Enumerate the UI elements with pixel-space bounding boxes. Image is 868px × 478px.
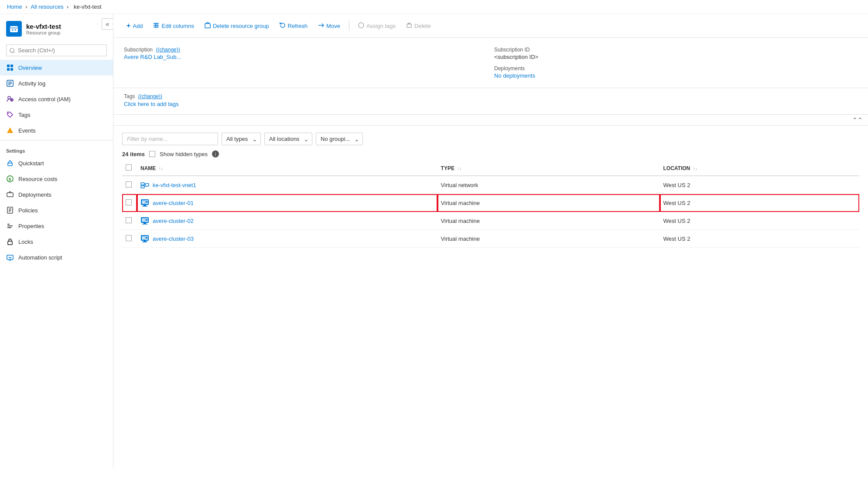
breadcrumb-all-resources[interactable]: All resources <box>31 3 63 10</box>
deployments-value-link[interactable]: No deployments <box>494 72 535 79</box>
sidebar-item-locks-label: Locks <box>18 239 33 245</box>
resource-group-type: Resource group <box>26 30 61 35</box>
svg-point-15 <box>8 113 9 114</box>
row-checkbox[interactable] <box>126 181 132 188</box>
no-grouping-select[interactable]: No groupi... <box>316 133 363 145</box>
filter-by-name-input[interactable] <box>122 133 218 145</box>
svg-rect-35 <box>205 24 210 28</box>
svg-rect-20 <box>7 193 13 197</box>
breadcrumb-current: ke-vfxt-test <box>74 3 102 10</box>
resource-location: West US 2 <box>660 230 859 248</box>
breadcrumb-home[interactable]: Home <box>7 3 22 10</box>
sidebar-item-activity-log[interactable]: Activity log <box>0 75 113 91</box>
main-content: + Add Edit columns Delete resource group <box>113 14 868 468</box>
refresh-icon <box>280 22 286 30</box>
resource-type: Virtual network <box>437 176 660 194</box>
sidebar-item-policies[interactable]: Policies <box>0 202 113 218</box>
resource-type: Virtual machine <box>437 194 660 212</box>
resource-name-link[interactable]: avere-cluster-02 <box>140 216 432 225</box>
sidebar-item-tags-label: Tags <box>18 112 30 118</box>
row-checkbox[interactable] <box>126 217 132 223</box>
select-all-checkbox[interactable] <box>126 164 132 171</box>
collapse-sidebar-button[interactable]: « <box>102 18 113 30</box>
all-locations-select[interactable]: All locations <box>264 133 312 145</box>
assign-tags-button[interactable]: Assign tags <box>354 20 400 32</box>
sidebar-item-locks[interactable]: Locks <box>0 234 113 249</box>
col-location[interactable]: LOCATION ↑↓ <box>660 161 859 176</box>
sidebar-item-quickstart[interactable]: Quickstart <box>0 155 113 171</box>
tags-add-link[interactable]: Click here to add tags <box>124 101 179 107</box>
collapse-info-button[interactable]: ⌃⌃ <box>852 116 863 123</box>
sidebar-item-events[interactable]: Events <box>0 123 113 138</box>
resource-type: Virtual machine <box>437 230 660 248</box>
resource-table: NAME ↑↓ TYPE ↑↓ LOCATION ↑↓ <box>122 161 859 248</box>
sidebar: ke-vfxt-test Resource group « Overview A… <box>0 14 113 468</box>
delete-button[interactable]: Delete <box>402 20 435 32</box>
svg-rect-6 <box>10 68 13 71</box>
sidebar-item-iam[interactable]: Access control (IAM) <box>0 91 113 107</box>
tags-change-link[interactable]: ((change)) <box>138 93 162 99</box>
subscription-label: Subscription ((change)) <box>124 47 487 53</box>
move-button[interactable]: Move <box>314 20 345 32</box>
toolbar-separator <box>349 20 349 31</box>
svg-rect-56 <box>142 224 147 225</box>
edit-columns-button[interactable]: Edit columns <box>149 20 198 32</box>
svg-point-57 <box>146 219 147 221</box>
settings-section-label: Settings <box>0 142 113 155</box>
resource-name-link[interactable]: avere-cluster-03 <box>140 234 432 243</box>
toolbar: + Add Edit columns Delete resource group <box>113 14 868 38</box>
sidebar-item-activity-log-label: Activity log <box>18 80 45 87</box>
search-box <box>0 41 113 60</box>
show-hidden-label: Show hidden types <box>160 151 208 157</box>
sidebar-item-resource-costs[interactable]: $ Resource costs <box>0 171 113 187</box>
resource-name-link[interactable]: avere-cluster-01 <box>140 198 432 207</box>
activity-log-icon <box>6 79 14 87</box>
row-checkbox[interactable] <box>126 199 132 205</box>
svg-rect-61 <box>144 241 146 242</box>
resource-group-name: ke-vfxt-test <box>26 23 61 30</box>
sidebar-item-properties[interactable]: Properties <box>0 218 113 234</box>
deployments-icon <box>6 191 14 198</box>
resource-location: West US 2 <box>660 176 859 194</box>
all-types-select[interactable]: All types <box>222 133 261 145</box>
show-hidden-info-icon[interactable]: i <box>212 150 219 157</box>
sidebar-item-overview[interactable]: Overview <box>0 60 113 75</box>
col-type[interactable]: TYPE ↑↓ <box>437 161 660 176</box>
sidebar-item-automation-label: Automation script <box>18 254 62 261</box>
table-row: avere-cluster-03Virtual machineWest US 2 <box>122 230 859 248</box>
vnet-icon <box>140 181 149 189</box>
sidebar-item-properties-label: Properties <box>18 223 44 229</box>
sidebar-item-automation-script[interactable]: Automation script <box>0 249 113 265</box>
delete-resource-group-button[interactable]: Delete resource group <box>200 20 273 32</box>
svg-rect-55 <box>144 223 146 224</box>
automation-icon <box>6 253 14 261</box>
svg-point-11 <box>8 96 10 99</box>
sidebar-item-tags[interactable]: Tags <box>0 107 113 123</box>
search-input[interactable] <box>6 44 107 56</box>
costs-icon: $ <box>6 175 14 183</box>
properties-icon <box>6 222 14 230</box>
add-button[interactable]: + Add <box>122 19 147 32</box>
col-name[interactable]: NAME ↑↓ <box>137 161 437 176</box>
svg-rect-44 <box>145 184 149 186</box>
svg-rect-4 <box>10 65 13 67</box>
subscription-value-link[interactable]: Avere R&D Lab_Sub... <box>124 54 181 60</box>
refresh-button[interactable]: Refresh <box>275 20 312 32</box>
subscription-id-label: Subscription ID <box>494 47 858 53</box>
show-hidden-checkbox[interactable] <box>149 151 155 157</box>
resource-group-icon <box>6 21 22 37</box>
sidebar-header: ke-vfxt-test Resource group <box>0 14 113 41</box>
resource-name-link[interactable]: ke-vfxt-test-vnet1 <box>140 181 432 189</box>
quickstart-icon <box>6 159 14 167</box>
delete-icon <box>406 22 412 30</box>
sidebar-item-deployments[interactable]: Deployments <box>0 187 113 202</box>
row-checkbox[interactable] <box>126 235 132 241</box>
svg-line-46 <box>144 185 145 187</box>
vm-icon <box>140 216 149 225</box>
info-section: Subscription ((change)) Avere R&D Lab_Su… <box>113 38 868 88</box>
table-row: ke-vfxt-test-vnet1Virtual networkWest US… <box>122 176 859 194</box>
add-icon: + <box>126 22 130 30</box>
deployments-label: Deployments <box>494 65 858 72</box>
subscription-change-link[interactable]: ((change)) <box>156 47 180 53</box>
sidebar-nav: Overview Activity log Access control (IA… <box>0 60 113 138</box>
